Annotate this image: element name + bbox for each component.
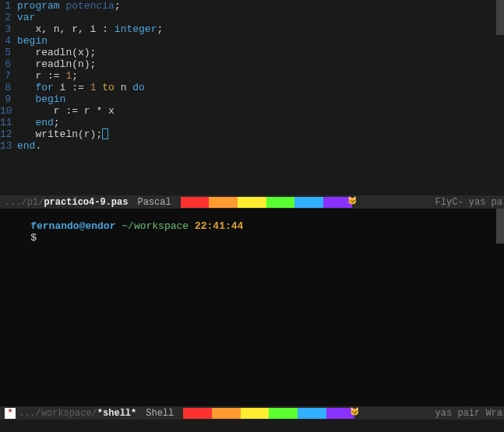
line-number: 4 <box>0 35 14 47</box>
modeline-shell: * .../workspace/ *shell* Shell 🐱 yas pai… <box>0 406 504 420</box>
code-content[interactable]: writeln(r); <box>14 128 108 140</box>
modeline-filename: practico4-9.pas <box>44 197 128 208</box>
modeline-shell-mode: Shell <box>146 408 174 419</box>
code-content[interactable]: begin <box>14 35 48 47</box>
code-line[interactable]: 5 readln(x); <box>0 47 504 58</box>
code-editor-pane[interactable]: 1program potencia;2var3 x, n, r, i : int… <box>0 0 504 195</box>
code-line[interactable]: 11 end; <box>0 117 504 128</box>
code-line[interactable]: 7 r := 1; <box>0 70 504 82</box>
shell-prompt[interactable]: $ <box>30 232 37 244</box>
scrollbar-shell[interactable] <box>496 209 504 244</box>
nyan-cat-icon: 🐱 <box>350 407 359 416</box>
modeline-shell-buffer: *shell* <box>97 408 136 419</box>
shell-host: endor <box>85 220 115 232</box>
code-content[interactable]: var <box>14 12 35 23</box>
cursor-icon <box>102 128 108 139</box>
modeline-minor-modes: FlyC- yas pa <box>435 197 502 208</box>
code-line[interactable]: 8 for i := 1 to n do <box>0 82 504 93</box>
code-line[interactable]: 6 readln(n); <box>0 58 504 70</box>
line-number: 12 <box>0 128 14 140</box>
code-content[interactable]: begin <box>14 93 65 105</box>
modeline-path: .../p1/ <box>5 197 44 208</box>
nyan-progress-bar-shell: 🐱 <box>183 408 354 419</box>
line-number: 7 <box>0 70 14 82</box>
code-content[interactable]: readln(n); <box>14 58 96 70</box>
code-line[interactable]: 10 r := r * x <box>0 105 504 117</box>
line-number: 8 <box>0 82 14 93</box>
code-line[interactable]: 4begin <box>0 35 504 47</box>
modified-indicator-icon: * <box>5 408 16 419</box>
modeline-shell-minor: yas pair Wra <box>435 408 502 419</box>
line-number: 6 <box>0 58 14 70</box>
code-content[interactable]: r := 1; <box>14 70 78 82</box>
code-line[interactable]: 9 begin <box>0 93 504 105</box>
code-line[interactable]: 1program potencia; <box>0 0 504 12</box>
code-content[interactable]: program potencia; <box>14 0 121 12</box>
nyan-progress-bar: 🐱 <box>181 197 352 208</box>
line-number: 11 <box>0 117 14 128</box>
code-content[interactable]: x, n, r, i : integer; <box>14 23 163 35</box>
code-line[interactable]: 2var <box>0 12 504 23</box>
shell-pane[interactable]: fernando@endor ~/workspace 22:41:44 $ <box>0 209 504 406</box>
line-number: 2 <box>0 12 14 23</box>
nyan-cat-icon: 🐱 <box>347 196 357 205</box>
code-content[interactable]: end. <box>14 140 41 152</box>
modeline-major-mode: Pascal <box>137 197 171 208</box>
code-content[interactable]: end; <box>14 117 60 128</box>
line-number: 1 <box>0 0 14 12</box>
modeline-editor: .../p1/ practico4-9.pas Pascal 🐱 FlyC- y… <box>0 195 504 209</box>
line-number: 5 <box>0 47 14 58</box>
shell-user: fernando <box>30 220 79 232</box>
code-line[interactable]: 12 writeln(r); <box>0 128 504 140</box>
code-line[interactable]: 3 x, n, r, i : integer; <box>0 23 504 35</box>
code-content[interactable]: readln(x); <box>14 47 96 58</box>
shell-time: 22:41:44 <box>195 220 243 232</box>
line-number: 3 <box>0 23 14 35</box>
line-number: 13 <box>0 140 14 152</box>
modeline-shell-path: .../workspace/ <box>19 408 97 419</box>
code-content[interactable]: for i := 1 to n do <box>14 82 145 93</box>
shell-cwd: ~/workspace <box>122 220 189 232</box>
code-content[interactable]: r := r * x <box>14 105 115 117</box>
line-number: 9 <box>0 93 14 105</box>
scrollbar-editor[interactable] <box>496 0 504 35</box>
code-line[interactable]: 13end. <box>0 140 504 152</box>
line-number: 10 <box>0 105 14 117</box>
minibuffer[interactable] <box>0 420 504 432</box>
